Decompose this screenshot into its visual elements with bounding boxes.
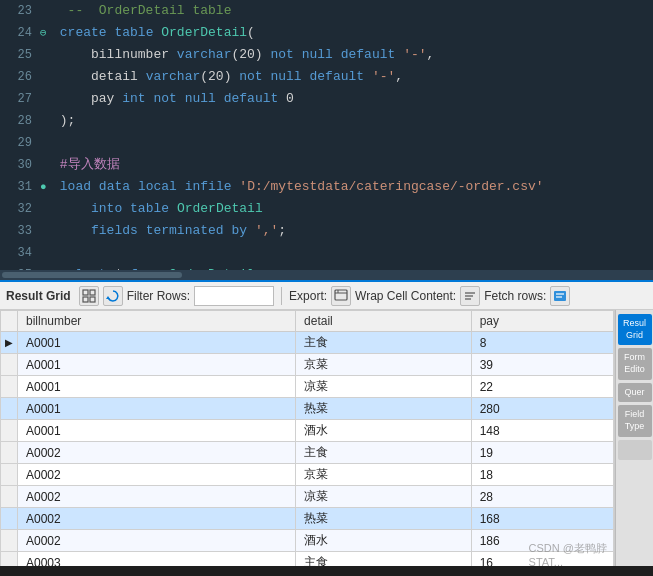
- line-content-27: pay int not null default 0: [52, 88, 294, 110]
- right-panel-result-grid-tab[interactable]: ResulGrid: [618, 314, 652, 345]
- code-line-24[interactable]: 24 ⊖ create table OrderDetail(: [0, 22, 653, 44]
- row-indicator: ▶: [1, 332, 18, 354]
- fetch-rows-button[interactable]: [550, 286, 570, 306]
- data-grid[interactable]: billnumber detail pay ▶A0001主食8A0001京菜39…: [0, 310, 615, 566]
- code-line-34[interactable]: 34: [0, 242, 653, 264]
- cell-pay: 280: [471, 398, 613, 420]
- watermark-subtext: STAT...: [529, 556, 563, 568]
- cell-detail: 京菜: [296, 354, 472, 376]
- line-dot-24: ⊖: [40, 22, 52, 44]
- cell-detail: 热菜: [296, 508, 472, 530]
- line-number-27: 27: [4, 88, 32, 110]
- right-panel-form-editor-tab[interactable]: FormEdito: [618, 348, 652, 379]
- line-content-26: detail varchar(20) not null default '-',: [52, 66, 403, 88]
- data-grid-wrapper: billnumber detail pay ▶A0001主食8A0001京菜39…: [0, 310, 653, 566]
- line-number-28: 28: [4, 110, 32, 132]
- horizontal-scrollbar[interactable]: [0, 270, 653, 280]
- fetch-icon: [553, 289, 567, 303]
- code-line-30[interactable]: 30 #导入数据: [0, 154, 653, 176]
- table-row[interactable]: A0002酒水186: [1, 530, 614, 552]
- row-indicator: [1, 354, 18, 376]
- col-header-detail[interactable]: detail: [296, 311, 472, 332]
- table-row[interactable]: A0001酒水148: [1, 420, 614, 442]
- result-grid-label: Result Grid: [6, 289, 71, 303]
- table-row[interactable]: A0001京菜39: [1, 354, 614, 376]
- cell-pay: 19: [471, 442, 613, 464]
- line-number-24: 24: [4, 22, 32, 44]
- cell-detail: 凉菜: [296, 376, 472, 398]
- svg-rect-1: [90, 290, 95, 295]
- table-row[interactable]: A0002京菜18: [1, 464, 614, 486]
- table-row[interactable]: A0001热菜280: [1, 398, 614, 420]
- table-row[interactable]: A0002热菜168: [1, 508, 614, 530]
- right-panel-extra-tab[interactable]: [618, 440, 652, 460]
- fetch-rows-label: Fetch rows:: [484, 289, 546, 303]
- cell-pay: 39: [471, 354, 613, 376]
- code-line-28[interactable]: 28 );: [0, 110, 653, 132]
- code-line-35[interactable]: 35 ● select * from OrderDetail;: [0, 264, 653, 270]
- line-number-30: 30: [4, 154, 32, 176]
- code-editor-section: 23 -- OrderDetail table 24 ⊖ create tabl…: [0, 0, 653, 280]
- line-number-35: 35: [4, 264, 32, 270]
- row-indicator: [1, 376, 18, 398]
- filter-rows-input[interactable]: [194, 286, 274, 306]
- col-header-billnumber[interactable]: billnumber: [18, 311, 296, 332]
- right-panel-field-type-tab[interactable]: FieldType: [618, 405, 652, 436]
- line-content-28: );: [52, 110, 75, 132]
- cell-detail: 酒水: [296, 420, 472, 442]
- table-row[interactable]: A0002凉菜28: [1, 486, 614, 508]
- code-line-31[interactable]: 31 ● load data local infile 'D:/mytestda…: [0, 176, 653, 198]
- cell-billnumber: A0001: [18, 398, 296, 420]
- code-line-26[interactable]: 26 detail varchar(20) not null default '…: [0, 66, 653, 88]
- cell-billnumber: A0002: [18, 508, 296, 530]
- svg-rect-3: [90, 297, 95, 302]
- right-panel-query-tab[interactable]: Quer: [618, 383, 652, 403]
- cell-billnumber: A0001: [18, 332, 296, 354]
- bottom-section: Result Grid Filter Rows: Export:: [0, 280, 653, 576]
- line-content-33: fields terminated by ',';: [52, 220, 286, 242]
- grid-view-button[interactable]: [79, 286, 99, 306]
- code-editor[interactable]: 23 -- OrderDetail table 24 ⊖ create tabl…: [0, 0, 653, 270]
- cell-pay: 28: [471, 486, 613, 508]
- filter-rows-label: Filter Rows:: [127, 289, 190, 303]
- line-number-25: 25: [4, 44, 32, 66]
- line-number-34: 34: [4, 242, 32, 264]
- code-line-29[interactable]: 29: [0, 132, 653, 154]
- line-content-24: create table OrderDetail(: [52, 22, 255, 44]
- wrap-cell-button[interactable]: [460, 286, 480, 306]
- right-panel: ResulGrid FormEdito Quer FieldType: [615, 310, 653, 566]
- grid-table: billnumber detail pay ▶A0001主食8A0001京菜39…: [0, 310, 614, 566]
- line-number-23: 23: [4, 0, 32, 22]
- row-indicator: [1, 442, 18, 464]
- cell-detail: 主食: [296, 552, 472, 567]
- cell-billnumber: A0003: [18, 552, 296, 567]
- cell-detail: 京菜: [296, 464, 472, 486]
- cell-billnumber: A0002: [18, 486, 296, 508]
- watermark-text: CSDN @老鸭脖: [529, 542, 607, 554]
- table-row[interactable]: ▶A0001主食8: [1, 332, 614, 354]
- grid-icon: [82, 289, 96, 303]
- main-container: 23 -- OrderDetail table 24 ⊖ create tabl…: [0, 0, 653, 576]
- line-number-32: 32: [4, 198, 32, 220]
- table-row[interactable]: A0001凉菜22: [1, 376, 614, 398]
- code-line-25[interactable]: 25 billnumber varchar(20) not null defau…: [0, 44, 653, 66]
- code-lines: 23 -- OrderDetail table 24 ⊖ create tabl…: [0, 0, 653, 270]
- cell-detail: 酒水: [296, 530, 472, 552]
- table-row[interactable]: A0003主食16: [1, 552, 614, 567]
- scrollbar-thumb[interactable]: [2, 272, 182, 278]
- code-line-32[interactable]: 32 into table OrderDetail: [0, 198, 653, 220]
- code-line-23[interactable]: 23 -- OrderDetail table: [0, 0, 653, 22]
- cell-pay: 148: [471, 420, 613, 442]
- code-line-27[interactable]: 27 pay int not null default 0: [0, 88, 653, 110]
- cell-detail: 主食: [296, 442, 472, 464]
- code-line-33[interactable]: 33 fields terminated by ',';: [0, 220, 653, 242]
- row-indicator: [1, 530, 18, 552]
- row-indicator: [1, 486, 18, 508]
- col-header-pay[interactable]: pay: [471, 311, 613, 332]
- table-row[interactable]: A0002主食19: [1, 442, 614, 464]
- export-button[interactable]: [331, 286, 351, 306]
- svg-rect-2: [83, 297, 88, 302]
- cell-detail: 主食: [296, 332, 472, 354]
- refresh-button[interactable]: [103, 286, 123, 306]
- watermark: CSDN @老鸭脖 STAT...: [529, 541, 607, 568]
